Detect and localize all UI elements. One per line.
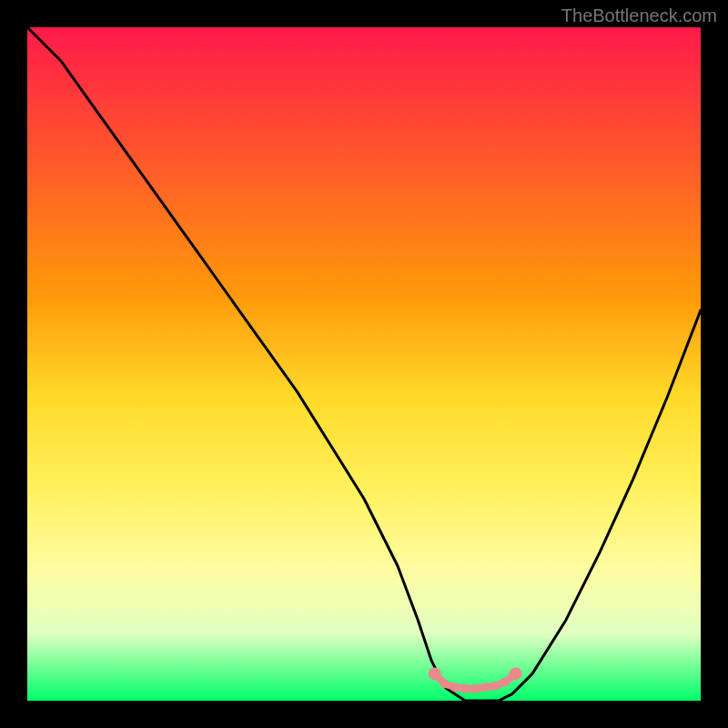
min-marker [440,680,450,689]
min-marker [480,682,490,692]
min-marker [490,682,500,691]
min-marker [460,684,470,693]
min-marker [500,677,510,686]
min-marker [450,682,460,692]
min-marker [470,684,480,693]
min-marker [429,667,441,680]
plot-area [27,27,701,701]
chart-container: TheBottleneck.com [0,0,728,728]
bottleneck-curve [27,27,701,701]
line-chart [27,27,701,701]
min-marker [510,667,522,680]
watermark: TheBottleneck.com [561,5,717,26]
